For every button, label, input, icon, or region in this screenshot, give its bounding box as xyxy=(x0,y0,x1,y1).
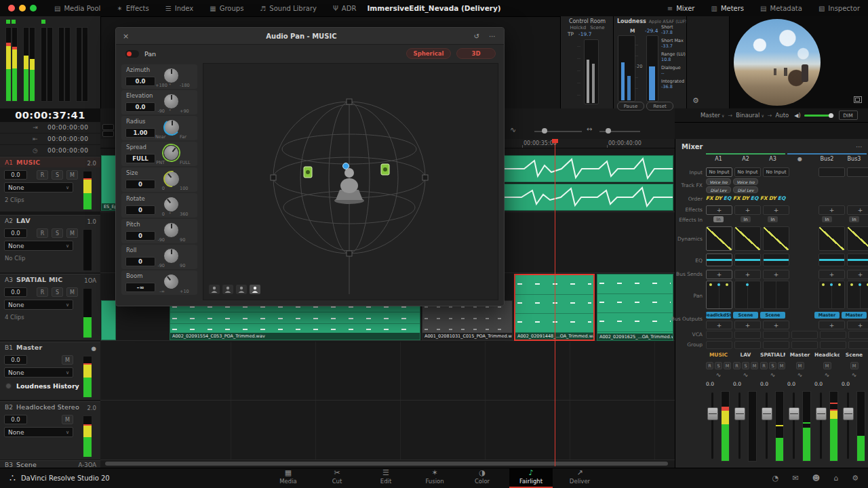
dialog-menu-icon[interactable]: ⋯ xyxy=(489,33,496,40)
elevation-value[interactable]: 0.0 xyxy=(125,102,155,112)
channel-head-bus3[interactable]: Bus3 xyxy=(842,156,867,162)
effects-in-a2[interactable]: In xyxy=(733,216,758,222)
loudness-standard[interactable]: Apple ASAF (LUFS) xyxy=(649,19,690,24)
size-value[interactable]: 0 xyxy=(125,180,155,189)
automation-curve-icon[interactable]: ∿ xyxy=(787,371,812,378)
track-gain[interactable]: 0.0 xyxy=(4,287,27,297)
rsm-a3[interactable]: RSM xyxy=(760,362,785,369)
fader-headlckdstr[interactable] xyxy=(814,390,840,463)
volume-slider-handle[interactable] xyxy=(829,113,833,118)
tab-scene[interactable]: Scene xyxy=(590,25,604,30)
audio-pan-dialog[interactable]: × Audio Pan - MUSIC ↺ ⋯ Pan Spherical 3D… xyxy=(115,27,505,306)
metadata-button[interactable]: ▤Metadata xyxy=(752,0,810,16)
automation-dropdown[interactable]: None∨ xyxy=(4,367,73,378)
fisheye-360-image[interactable] xyxy=(734,19,821,106)
speaker-icon[interactable]: ◀) xyxy=(794,113,800,119)
effects-in-a1[interactable]: In xyxy=(706,216,731,222)
bus-send-bus3[interactable]: + xyxy=(847,270,868,279)
dynamics-graph-a1[interactable] xyxy=(706,226,732,251)
view-person-icon[interactable] xyxy=(209,285,220,294)
effects-in-bus2[interactable]: In xyxy=(814,216,840,222)
radius-value[interactable]: 1.00 xyxy=(125,128,155,138)
channel-name-headlckdstr[interactable]: HeadlckdStr xyxy=(814,352,840,358)
effects-button[interactable]: ✶Effects xyxy=(108,0,157,16)
eq-graph-a2[interactable] xyxy=(734,253,761,266)
fader-master[interactable] xyxy=(787,390,812,463)
group-slot[interactable] xyxy=(848,341,868,349)
automation-dropdown[interactable]: None∨ xyxy=(4,182,73,192)
add-effect-a3[interactable]: + xyxy=(763,205,789,215)
page-media[interactable]: ▦Media xyxy=(267,468,310,488)
playhead[interactable] xyxy=(555,139,555,466)
vca-slot[interactable] xyxy=(820,331,846,339)
track-header-b1-master[interactable]: B1Master● 0.0M None∨ Loudness History xyxy=(0,342,100,400)
eq-graph-bus2[interactable] xyxy=(818,253,845,266)
add-effect-bus3[interactable]: + xyxy=(847,205,868,215)
mute-button[interactable]: M xyxy=(66,287,78,297)
track-header-b3-scene[interactable]: B3SceneA-3OA xyxy=(0,460,100,468)
audio-clip-music-ch1[interactable] xyxy=(503,155,673,182)
mixer-menu-icon[interactable]: ⋯ xyxy=(856,143,863,150)
track-gain[interactable]: 0.0 xyxy=(4,415,27,424)
audio-clip-sliver[interactable]: ES_Epic E xyxy=(101,155,116,211)
duration-row[interactable]: ◷00:00:00:00 xyxy=(0,145,100,157)
group-slot[interactable] xyxy=(820,341,846,349)
zoom-slider-handle[interactable] xyxy=(542,128,547,134)
dynamics-graph-a3[interactable] xyxy=(763,226,789,251)
channel-name-scene[interactable]: Scene xyxy=(842,352,867,358)
vca-slot[interactable] xyxy=(734,331,761,339)
inspector-button[interactable]: ▧Inspector xyxy=(810,0,868,16)
pan-enable-toggle[interactable] xyxy=(125,50,139,58)
fader-value[interactable]: 0.0 xyxy=(733,381,758,387)
group-slot[interactable] xyxy=(763,341,789,349)
mixer-toggle-button[interactable]: ≡Mixer xyxy=(659,0,703,16)
trackfx-a1[interactable]: Voice IsoDial Lev xyxy=(706,178,731,195)
collaboration-icon[interactable]: ☻ xyxy=(812,474,820,483)
monitor-volume-slider[interactable] xyxy=(804,115,834,117)
fader-scene[interactable] xyxy=(842,390,867,463)
vca-slot[interactable] xyxy=(763,331,789,339)
pan-display-bus2[interactable] xyxy=(818,281,845,309)
page-color[interactable]: ◑Color xyxy=(460,468,504,488)
effects-in-bus3[interactable]: In xyxy=(842,216,867,222)
channel-name-music[interactable]: MUSIC xyxy=(706,352,731,358)
mute-button[interactable]: M xyxy=(62,415,73,424)
add-effect-bus2[interactable]: + xyxy=(818,205,845,215)
timeline-tool-box[interactable] xyxy=(102,131,114,137)
horizontal-scrollbar[interactable] xyxy=(105,462,668,466)
input-select-a1[interactable]: No Input xyxy=(706,167,732,177)
chat-icon[interactable]: ✉ xyxy=(792,474,798,483)
channel-name-spatialmic[interactable]: SPATIALMIC xyxy=(760,352,785,358)
pitch-value[interactable]: 0 xyxy=(125,231,155,241)
vca-slot[interactable] xyxy=(791,331,818,339)
index-button[interactable]: ☰Index xyxy=(157,0,202,16)
radius-knob[interactable] xyxy=(163,119,180,136)
track-header-a1-music[interactable]: A1MUSIC2.0 0.0RSM None∨ 2 Clips xyxy=(0,157,100,211)
audio-clip-music-ch2[interactable] xyxy=(503,184,673,211)
roll-knob[interactable] xyxy=(163,248,179,264)
mute-bus3[interactable]: M xyxy=(842,362,867,369)
track-gain[interactable]: 0.0 xyxy=(4,228,27,238)
fader-value[interactable]: 0.0 xyxy=(787,381,812,387)
channel-name-lav[interactable]: LAV xyxy=(733,352,758,358)
bus-send-bus2[interactable]: + xyxy=(818,270,845,279)
adr-button[interactable]: ΨADR xyxy=(325,0,364,16)
home-icon[interactable]: ⌂ xyxy=(833,474,838,483)
automation-curve-icon[interactable]: ∿ xyxy=(706,371,731,378)
gear-icon[interactable]: ⚙ xyxy=(692,96,699,105)
spherical-mode-button[interactable]: Spherical xyxy=(406,48,451,59)
bus-send-a2[interactable]: + xyxy=(734,270,761,279)
meters-toggle-button[interactable]: ▥Meters xyxy=(703,0,752,16)
input-select-bus2[interactable] xyxy=(818,167,845,177)
add-effect-a2[interactable]: + xyxy=(734,205,761,215)
solo-button[interactable]: S xyxy=(52,228,63,238)
groups-button[interactable]: ▦Groups xyxy=(201,0,252,16)
mute-button[interactable]: M xyxy=(66,228,78,238)
bus-output-bus3[interactable]: Master xyxy=(842,312,867,319)
track-header-b2-headlocked[interactable]: B2Headlocked Stereo2.0 0.0M None∨ xyxy=(0,401,100,460)
window-minimize-button[interactable] xyxy=(19,5,26,12)
reset-button[interactable]: Reset xyxy=(646,102,673,110)
page-deliver[interactable]: ↗Deliver xyxy=(558,468,601,488)
mute-master[interactable]: M xyxy=(787,362,812,369)
history-icon[interactable]: ↺ xyxy=(474,33,479,40)
